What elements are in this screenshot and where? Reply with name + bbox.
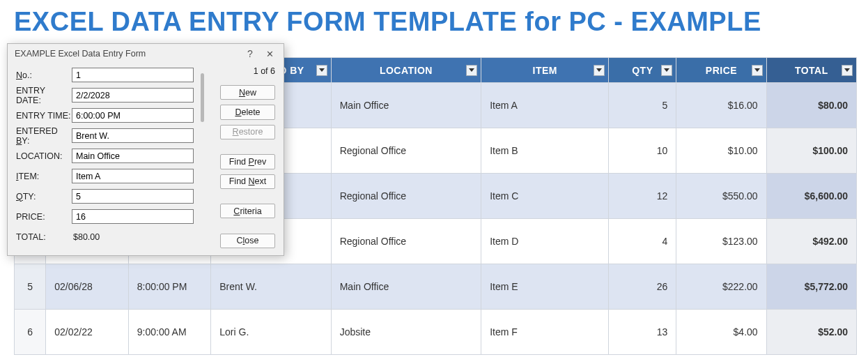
col-header-label: QTY <box>632 65 653 76</box>
field-label-qty: QTY: <box>16 192 72 202</box>
close-button[interactable]: Close <box>220 234 275 248</box>
cell-location[interactable]: Regional Office <box>331 128 481 174</box>
filter-icon[interactable] <box>316 65 327 76</box>
field-label-location: LOCATION: <box>16 151 72 161</box>
cell-total[interactable]: $52.00 <box>766 310 856 355</box>
cell-location[interactable]: Regional Office <box>331 174 481 219</box>
entry-date-field[interactable] <box>72 88 194 103</box>
scroll-indicator[interactable] <box>201 73 204 122</box>
restore-button: Restore <box>220 125 275 139</box>
dialog-buttons: 1 of 6 New Delete Restore Find Prev Find… <box>194 65 275 248</box>
delete-button[interactable]: Delete <box>220 105 275 119</box>
close-icon[interactable]: ✕ <box>260 46 279 61</box>
field-label-total: TOTAL: <box>16 232 72 242</box>
cell-time[interactable]: 8:00:00 PM <box>128 264 211 310</box>
col-header-label: ITEM <box>533 65 557 76</box>
table-row[interactable]: 602/02/229:00:00 AMLori G.JobsiteItem F1… <box>15 310 857 355</box>
field-label-no: No.: <box>16 70 72 80</box>
cell-item[interactable]: Item A <box>481 83 609 128</box>
cell-by[interactable]: Lori G. <box>211 310 331 355</box>
entered-by-field[interactable] <box>72 128 194 143</box>
filter-icon[interactable] <box>752 65 763 76</box>
cell-qty[interactable]: 13 <box>609 310 676 355</box>
filter-icon[interactable] <box>661 65 672 76</box>
dialog-title: EXAMPLE Excel Data Entry Form <box>15 49 146 59</box>
cell-location[interactable]: Jobsite <box>331 310 481 355</box>
cell-location[interactable]: Main Office <box>331 83 481 128</box>
col-header-total[interactable]: TOTAL <box>766 58 856 83</box>
item-field[interactable] <box>72 169 194 183</box>
cell-price[interactable]: $16.00 <box>676 83 766 128</box>
col-header-price[interactable]: PRICE <box>676 58 766 83</box>
cell-item[interactable]: Item E <box>481 264 609 310</box>
cell-location[interactable]: Main Office <box>331 264 481 310</box>
dialog-fields: No.: ENTRY DATE: ENTRY TIME: ENTERED BY:… <box>16 65 194 248</box>
entry-time-field[interactable] <box>72 108 194 123</box>
cell-price[interactable]: $550.00 <box>676 174 766 219</box>
price-field[interactable] <box>72 209 194 224</box>
criteria-button[interactable]: Criteria <box>220 204 275 218</box>
filter-icon[interactable] <box>842 65 853 76</box>
cell-total[interactable]: $6,600.00 <box>766 174 856 219</box>
field-label-date: ENTRY DATE: <box>16 86 72 105</box>
cell-item[interactable]: Item B <box>481 128 609 174</box>
new-button[interactable]: New <box>220 85 275 100</box>
cell-price[interactable]: $123.00 <box>676 219 766 264</box>
field-label-item: ITEM: <box>16 172 72 181</box>
col-header-label: PRICE <box>706 65 737 76</box>
field-label-time: ENTRY TIME: <box>16 111 72 121</box>
col-header-label: LOCATION <box>380 65 433 76</box>
table-row[interactable]: 502/06/288:00:00 PMBrent W.Main OfficeIt… <box>15 264 857 310</box>
cell-date[interactable]: 02/02/22 <box>46 310 129 355</box>
no-field[interactable] <box>72 68 194 82</box>
location-field[interactable] <box>72 149 194 163</box>
cell-total[interactable]: $100.00 <box>766 128 856 174</box>
cell-time[interactable]: 9:00:00 AM <box>128 310 211 355</box>
cell-qty[interactable]: 10 <box>609 128 676 174</box>
cell-item[interactable]: Item F <box>481 310 609 355</box>
qty-field[interactable] <box>72 189 194 204</box>
find-next-button[interactable]: Find Next <box>220 174 275 189</box>
col-header-item[interactable]: ITEM <box>481 58 609 83</box>
dialog-titlebar[interactable]: EXAMPLE Excel Data Entry Form ? ✕ <box>8 44 284 63</box>
data-entry-dialog: EXAMPLE Excel Data Entry Form ? ✕ No.: E… <box>7 43 284 256</box>
help-icon[interactable]: ? <box>240 46 260 61</box>
cell-total[interactable]: $80.00 <box>766 83 856 128</box>
cell-price[interactable]: $4.00 <box>676 310 766 355</box>
cell-date[interactable]: 02/06/28 <box>46 264 129 310</box>
cell-location[interactable]: Regional Office <box>331 219 481 264</box>
cell-qty[interactable]: 12 <box>609 174 676 219</box>
cell-qty[interactable]: 5 <box>609 83 676 128</box>
cell-total[interactable]: $5,772.00 <box>766 264 856 310</box>
cell-qty[interactable]: 4 <box>609 219 676 264</box>
cell-price[interactable]: $10.00 <box>676 128 766 174</box>
total-value: $80.00 <box>72 232 100 242</box>
filter-icon[interactable] <box>466 65 477 76</box>
col-header-label: TOTAL <box>795 65 828 76</box>
cell-price[interactable]: $222.00 <box>676 264 766 310</box>
cell-item[interactable]: Item D <box>481 219 609 264</box>
page-title: EXCEL DATA ENTRY FORM TEMPLATE for PC - … <box>0 0 868 50</box>
col-header-location[interactable]: LOCATION <box>331 58 481 83</box>
col-header-qty[interactable]: QTY <box>609 58 676 83</box>
cell-by[interactable]: Brent W. <box>211 264 331 310</box>
cell-qty[interactable]: 26 <box>609 264 676 310</box>
find-prev-button[interactable]: Find Prev <box>220 154 275 169</box>
cell-item[interactable]: Item C <box>481 174 609 219</box>
field-label-price: PRICE: <box>16 212 72 222</box>
cell-idx[interactable]: 6 <box>15 310 46 355</box>
field-label-by: ENTERED BY: <box>16 126 72 146</box>
cell-total[interactable]: $492.00 <box>766 219 856 264</box>
cell-idx[interactable]: 5 <box>15 264 46 310</box>
filter-icon[interactable] <box>594 65 605 76</box>
record-counter: 1 of 6 <box>220 65 275 80</box>
